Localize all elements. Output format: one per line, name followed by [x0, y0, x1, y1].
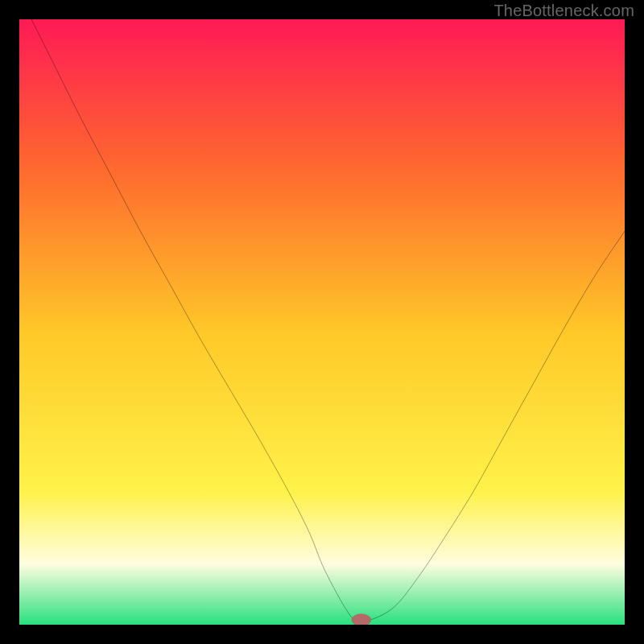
plot-area: [19, 19, 625, 625]
plot-overlay: [19, 19, 625, 625]
min-marker: [352, 613, 371, 625]
chart-frame: TheBottleneck.com: [0, 0, 644, 644]
bottleneck-curve: [31, 19, 625, 621]
watermark-text: TheBottleneck.com: [493, 2, 634, 20]
